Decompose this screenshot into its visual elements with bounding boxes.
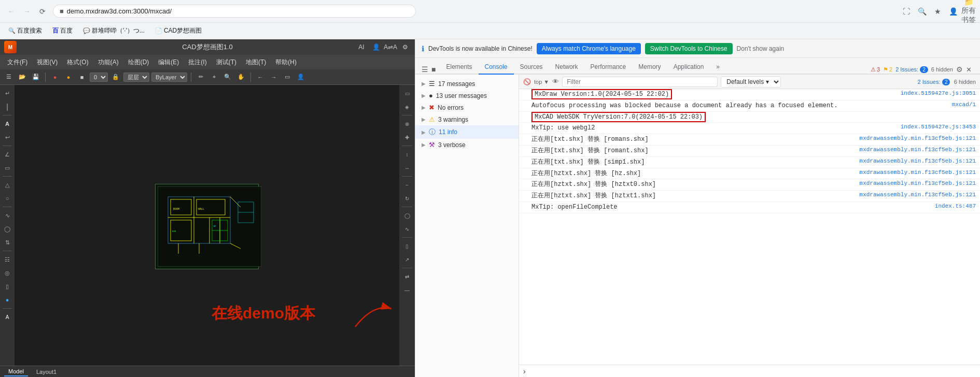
status-tab-layout1[interactable]: Layout1 [32,368,61,376]
console-link[interactable]: mxdrawassembly.min.f13cf5eb.js:121 [853,169,976,176]
menu-file[interactable]: 文件(F) [3,56,32,68]
profile-icon[interactable]: 👤 [946,4,960,19]
pan-icon[interactable]: ✋ [235,71,247,83]
back-button[interactable]: ← [4,4,19,19]
sidebar-warnings[interactable]: ▶ ⚠ 3 warnings [415,113,519,125]
dont-show-button[interactable]: Don't show again [737,45,785,52]
screen-share-icon[interactable]: ⛶ [899,4,914,19]
angle-tool[interactable]: ∠ [1,148,13,161]
spline-tool[interactable]: ∿ [1,209,13,222]
address-bar[interactable] [67,7,409,15]
undo-icon[interactable]: ← [255,71,266,83]
zoom-out-icon[interactable]: − [401,179,413,191]
console-entry-autofocus[interactable]: Autofocus processing was blocked because… [519,100,980,112]
tab-memory[interactable]: Memory [632,60,667,75]
clock-tool[interactable]: ◯ [1,223,13,235]
tab-console[interactable]: Console [479,60,514,75]
dot-icon[interactable]: ● [49,71,61,83]
zoom-fit-icon[interactable]: ⌖ [208,71,220,83]
translate-icon[interactable]: A⇌A [385,41,396,53]
rect-tool[interactable]: ▭ [1,162,13,174]
always-match-language-button[interactable]: Always match Chrome's language [537,43,641,54]
console-entry-hztxt0[interactable]: 正在用[hztxt.shx] 替换 [hztxt0.shx] mxdrawass… [519,179,980,191]
bookmark-baidu[interactable]: 百 百度 [49,25,76,37]
sidebar-verbose[interactable]: ▶ ⚒ 3 verbose [415,139,519,151]
console-link[interactable]: index.5159427e.js:3051 [894,90,976,96]
bookmark-baidu-search[interactable]: 🔍 百度搜索 [5,25,45,37]
target-tool[interactable]: ◎ [1,267,13,279]
tab-elements[interactable]: Elements [440,60,478,75]
box3d-icon[interactable]: ▭ [401,87,413,99]
bookmark-group[interactable]: 💬 群堆哔哔（'·'）つ... [80,25,148,37]
zoom-icon[interactable]: 🔍 [915,4,929,19]
tab-more[interactable]: » [710,60,726,75]
console-link[interactable]: mxdrawassembly.min.f13cf5eb.js:121 [853,180,976,186]
grid-tool[interactable]: ☷ [1,253,13,266]
console-entry-hz[interactable]: 正在用[hztxt.shx] 替换 [hz.shx] mxdrawassembl… [519,168,980,180]
devtools-close-icon[interactable]: ✕ [966,66,972,74]
height-icon[interactable]: ↕ [401,148,413,161]
menu-draw[interactable]: 绘图(D) [124,56,153,68]
forward-tool[interactable]: ↗ [401,253,413,266]
menu-edit[interactable]: 编辑(E) [154,56,183,68]
dot2-icon[interactable]: ● [63,71,74,83]
console-entry-hztxt1[interactable]: 正在用[hztxt.shx] 替换 [hztxt1.shx] mxdrawass… [519,191,980,202]
circle3d-icon[interactable]: ◯ [401,209,413,222]
move-icon[interactable]: ✚ [401,131,413,143]
open-icon[interactable]: 📂 [17,71,28,83]
console-link[interactable]: mxdrawassembly.min.f13cf5eb.js:121 [853,135,976,141]
dash-icon[interactable]: ― [401,284,413,296]
tab-network[interactable]: Network [549,60,584,75]
select-icon[interactable]: ▭ [282,71,293,83]
wave-icon[interactable]: ∿ [401,223,413,235]
console-filter-input[interactable] [562,77,718,87]
sphere-icon[interactable]: ◈ [401,100,413,113]
layer3d-icon[interactable]: ⊕ [401,118,413,130]
console-link[interactable]: mxcad/1 [946,102,976,108]
devtools-menu-icon[interactable]: ☰ [422,65,428,74]
console-entry-openfilecomplete[interactable]: MxTip: openFileComplete index.ts:487 [519,202,980,213]
tab-sources[interactable]: Sources [514,60,549,75]
console-link[interactable]: index.ts:487 [929,203,976,209]
devtools-inspect-icon[interactable]: ■ [431,65,436,74]
save-icon[interactable]: 💾 [30,71,41,83]
menu-help[interactable]: 帮助(H) [271,56,301,68]
sidebar-user-messages[interactable]: ▶ ● 13 user messages [415,90,519,102]
console-entry-mxdraw-version[interactable]: MxDraw Version:1.0(2024-05-15 22:02) ind… [519,89,980,100]
console-entry-simp1[interactable]: 正在用[txt.shx] 替换 [simp1.shx] mxdrawassemb… [519,157,980,168]
cad-canvas[interactable]: ROOM HALL BED WC 在线demo版本 [15,85,399,366]
layers-icon2[interactable]: ▯ [401,240,413,252]
menu-test[interactable]: 测试(T) [212,56,241,68]
console-link[interactable]: index.5159427e.js:3453 [894,124,976,130]
dot-tool[interactable]: ● [1,294,13,306]
polygon-tool[interactable]: △ [1,179,13,191]
clear-console-icon[interactable]: 🚫 [523,78,531,85]
switch-devtools-chinese-button[interactable]: Switch DevTools to Chinese [645,43,733,54]
line-tool[interactable]: | [1,100,13,113]
eye-icon[interactable]: 👁 [552,78,559,85]
console-entry-romans[interactable]: 正在用[txt.shx] 替换 [romans.shx] mxdrawassem… [519,134,980,146]
menu-function[interactable]: 功能(A) [94,56,123,68]
circle-tool[interactable]: ○ [1,192,13,205]
sidebar-all-messages[interactable]: ▶ ☰ 17 messages [415,78,519,90]
redo-icon[interactable]: → [268,71,279,83]
menu-format[interactable]: 格式(O) [63,56,92,68]
folder-icon[interactable]: 📁 所有书签 [961,4,976,19]
console-entry-mxtip-webgl2[interactable]: MxTip: use webgl2 index.5159427e.js:3453 [519,123,980,134]
sidebar-no-errors[interactable]: ▶ ✖ No errors [415,102,519,113]
copy-tool[interactable]: ▯ [1,280,13,293]
reload-button[interactable]: ⟳ [35,4,50,19]
layers-icon[interactable]: ☰ [3,71,15,83]
console-link[interactable]: mxdrawassembly.min.f13cf5eb.js:121 [853,192,976,198]
console-entry-mxcad-websdk[interactable]: MxCAD WebSDK TryVersion:7.0(2024-05-15 2… [519,112,980,123]
bookmark-cad[interactable]: 📄 CAD梦想画图 [152,25,205,37]
sidebar-info[interactable]: ▶ ⓘ 11 info [415,125,519,139]
issues-count-label[interactable]: 2 Issues: [918,79,941,85]
console-link[interactable]: mxdrawassembly.min.f13cf5eb.js:121 [853,147,976,153]
user-icon[interactable]: 👤 [370,41,382,53]
flip-icon[interactable]: ⇄ [401,270,413,283]
user2-icon[interactable]: 👤 [295,71,306,83]
console-link[interactable]: mxdrawassembly.min.f13cf5eb.js:121 [853,158,976,164]
devtools-settings-icon[interactable]: ⚙ [956,65,963,74]
width-icon[interactable]: ↔ [401,162,413,174]
